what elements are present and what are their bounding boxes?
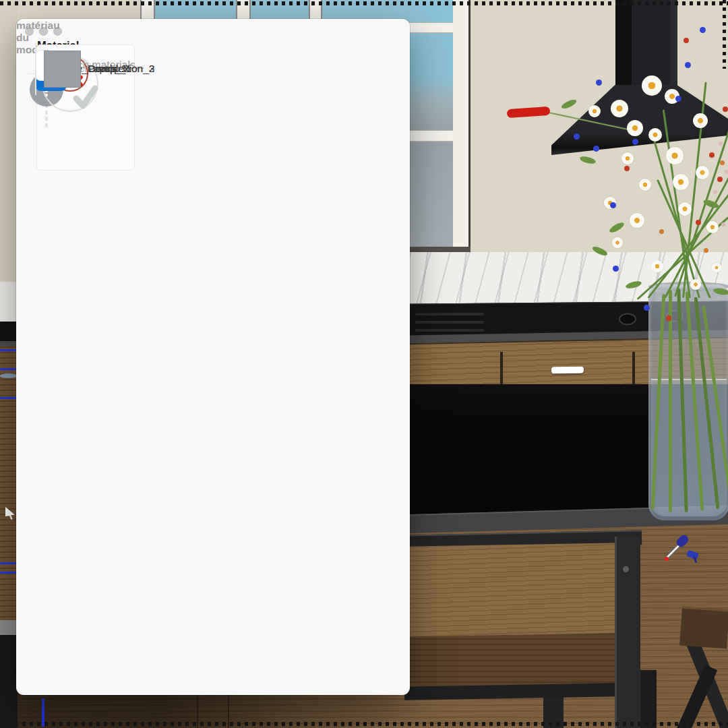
- chair-seat: [679, 607, 728, 649]
- selection-dashed-border-bottom: [0, 722, 728, 726]
- window-mullion: [408, 22, 453, 33]
- window-pane: [408, 142, 453, 248]
- chair-frame-post: [615, 537, 640, 728]
- material-swatch: [44, 51, 81, 88]
- sketchup-viewport[interactable]: Remplacer matériau du modèle Material Re…: [0, 0, 728, 728]
- chair-seat: [404, 633, 616, 690]
- window-sill: [408, 247, 471, 252]
- chair-leg: [640, 670, 657, 728]
- paint-tool-cursor-tip: [665, 557, 669, 561]
- window-mullion: [408, 130, 453, 142]
- scene-left-edge: [0, 0, 18, 728]
- material-list-item[interactable]: [35, 42, 36, 95]
- drawer-handle: [551, 367, 584, 374]
- material-replacement-dialog: Remplacer matériau du modèle Material Re…: [16, 19, 410, 695]
- selection-dashed-border-top: [0, 1, 728, 5]
- window-pane: [408, 33, 453, 130]
- window-frame: [453, 0, 471, 251]
- chair-back-panel: [404, 543, 622, 641]
- material-replacement-card: Material Replacement Matière50 ?: [26, 30, 27, 31]
- selection-dashed-border-right: [723, 0, 726, 69]
- chair-screw: [623, 566, 629, 572]
